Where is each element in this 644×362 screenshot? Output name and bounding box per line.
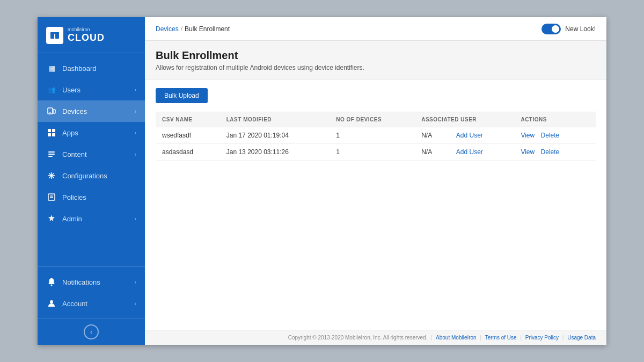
logo-text: mobileiron CLOUD [68, 27, 105, 44]
svg-rect-7 [52, 129, 55, 132]
new-look-toggle-switch[interactable] [541, 24, 561, 34]
cell-add-user: Add User [450, 127, 515, 144]
sidebar-item-users[interactable]: Users › [38, 79, 145, 100]
svg-rect-8 [48, 133, 51, 136]
cell-last-modified: Jan 13 2020 03:11:26 [220, 144, 330, 161]
view-link[interactable]: View [521, 132, 535, 139]
main-content: Devices / Bulk Enrollment New Look! Bulk… [145, 17, 606, 345]
sidebar-item-label: Notifications [62, 278, 129, 286]
footer-about-link[interactable]: About MobileIron [436, 335, 477, 341]
chevron-right-icon: › [135, 130, 136, 136]
sidebar-item-admin[interactable]: Admin › [38, 208, 145, 229]
footer-copyright: Copyright © 2013-2020 MobileIron, Inc. A… [288, 335, 428, 341]
svg-point-21 [50, 300, 53, 303]
configurations-icon [46, 170, 57, 181]
sidebar-item-notifications[interactable]: Notifications › [38, 271, 145, 293]
logo-icon [46, 27, 63, 44]
policies-icon [46, 192, 57, 202]
sidebar-item-label: Apps [62, 129, 129, 137]
sidebar-item-policies[interactable]: Policies [38, 186, 145, 208]
sidebar-nav: Dashboard Users › Devices › [38, 53, 145, 266]
chevron-right-icon: › [135, 216, 136, 222]
svg-rect-12 [48, 156, 53, 157]
app-container: mobileiron CLOUD Dashboard Users › [38, 17, 606, 345]
apps-icon [46, 127, 57, 138]
sidebar-item-devices[interactable]: Devices › [38, 100, 145, 122]
new-look-toggle-container: New Look! [541, 24, 596, 34]
cell-associated-user: N/A [415, 127, 450, 144]
footer-usage-link[interactable]: Usage Data [567, 335, 596, 341]
cell-no-of-devices: 1 [330, 127, 415, 144]
account-icon [46, 298, 57, 309]
chevron-right-icon: › [135, 301, 136, 307]
svg-rect-10 [48, 151, 55, 153]
cell-actions: View Delete [514, 127, 596, 144]
sidebar-item-label: Configurations [62, 172, 136, 180]
devices-icon [46, 106, 57, 117]
cell-associated-user: N/A [415, 144, 450, 161]
cell-csv-name: wsedfasdf [156, 127, 220, 144]
product-name: CLOUD [68, 32, 105, 43]
content-icon [46, 149, 57, 160]
notifications-icon [46, 277, 57, 287]
cell-add-user: Add User [450, 144, 515, 161]
enrollment-table: CSV NAME LAST MODIFIED NO OF DEVICES ASS… [156, 112, 596, 161]
chevron-right-icon: › [135, 279, 136, 285]
admin-icon [46, 213, 57, 224]
cell-actions: View Delete [514, 144, 596, 161]
column-header-csv-name: CSV NAME [156, 112, 220, 127]
add-user-link[interactable]: Add User [456, 148, 483, 156]
content-area: Bulk Upload CSV NAME LAST MODIFIED NO OF… [145, 79, 606, 330]
bulk-upload-button[interactable]: Bulk Upload [156, 88, 208, 103]
column-header-actions: ACTIONS [514, 112, 596, 127]
column-header-no-of-devices: NO OF DEVICES [330, 112, 415, 127]
sidebar-item-dashboard[interactable]: Dashboard [38, 57, 145, 79]
svg-rect-4 [53, 110, 55, 113]
cell-last-modified: Jan 17 2020 01:19:04 [220, 127, 330, 144]
add-user-link[interactable]: Add User [456, 132, 483, 139]
svg-rect-17 [48, 194, 55, 200]
topbar: Devices / Bulk Enrollment New Look! [145, 17, 606, 41]
dashboard-icon [46, 63, 57, 74]
sidebar-item-label: Admin [62, 215, 129, 223]
sidebar-item-label: Users [62, 86, 129, 94]
sidebar-item-label: Devices [62, 107, 129, 115]
table-row: asdasdasd Jan 13 2020 03:11:26 1 N/A Add… [156, 144, 596, 161]
breadcrumb: Devices / Bulk Enrollment [156, 25, 230, 33]
svg-rect-6 [48, 129, 51, 132]
sidebar-item-content[interactable]: Content › [38, 143, 145, 165]
svg-rect-2 [50, 32, 59, 34]
delete-link[interactable]: Delete [541, 148, 560, 156]
breadcrumb-separator: / [181, 25, 182, 33]
collapse-button[interactable]: ‹ [84, 324, 99, 339]
svg-point-20 [51, 285, 53, 286]
sidebar-item-account[interactable]: Account › [38, 293, 145, 314]
chevron-right-icon: › [135, 87, 136, 93]
footer-privacy-link[interactable]: Privacy Policy [525, 335, 559, 341]
table-row: wsedfasdf Jan 17 2020 01:19:04 1 N/A Add… [156, 127, 596, 144]
footer-terms-link[interactable]: Terms of Use [485, 335, 517, 341]
chevron-right-icon: › [135, 151, 136, 157]
sidebar: mobileiron CLOUD Dashboard Users › [38, 17, 145, 345]
svg-rect-9 [52, 133, 55, 136]
page-title: Bulk Enrollment [156, 49, 596, 62]
brand-name: mobileiron [68, 27, 105, 32]
delete-link[interactable]: Delete [541, 132, 560, 139]
breadcrumb-current: Bulk Enrollment [185, 25, 230, 33]
page-footer: Copyright © 2013-2020 MobileIron, Inc. A… [145, 330, 606, 345]
page-header: Bulk Enrollment Allows for registration … [145, 41, 606, 79]
sidebar-item-configurations[interactable]: Configurations [38, 165, 145, 186]
sidebar-item-label: Account [62, 300, 129, 308]
breadcrumb-devices-link[interactable]: Devices [156, 25, 179, 33]
page-subtitle: Allows for registration of multiple Andr… [156, 64, 596, 71]
sidebar-item-label: Policies [62, 193, 136, 201]
sidebar-item-apps[interactable]: Apps › [38, 122, 145, 143]
chevron-right-icon: › [135, 108, 136, 114]
view-link[interactable]: View [521, 148, 535, 156]
column-header-associated-user: ASSOCIATED USER [415, 112, 514, 127]
column-header-last-modified: LAST MODIFIED [220, 112, 330, 127]
new-look-label: New Look! [565, 25, 596, 33]
cell-no-of-devices: 1 [330, 144, 415, 161]
sidebar-bottom: Notifications › Account › [38, 266, 145, 318]
cell-csv-name: asdasdasd [156, 144, 220, 161]
